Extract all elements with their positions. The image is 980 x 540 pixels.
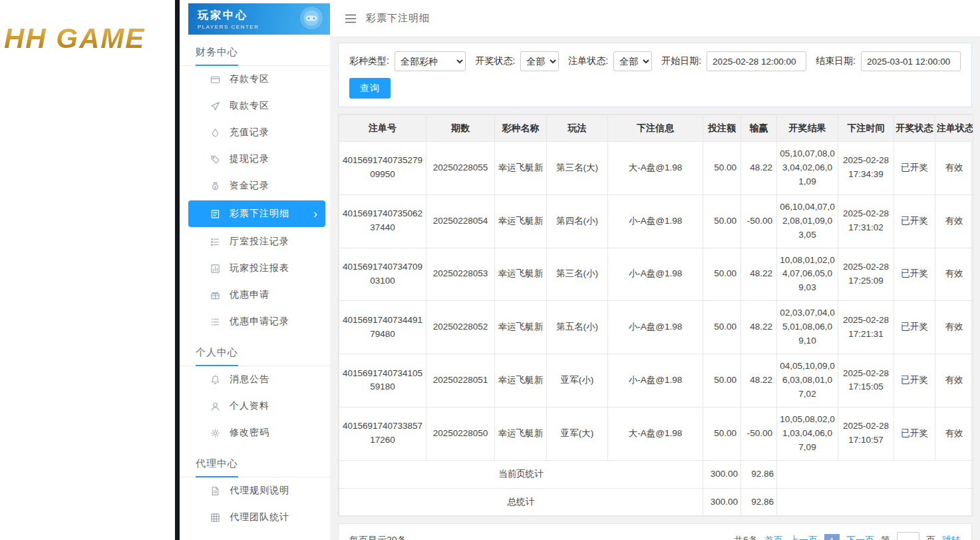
cell-amount: 50.00	[703, 194, 741, 248]
chevron-right-icon: ›	[313, 208, 317, 220]
cell-order-status: 有效	[935, 354, 973, 407]
page-suffix-label: 页	[926, 535, 935, 540]
sidebar-item-label: 消息公告	[230, 374, 269, 386]
cell-draw-status: 已开奖	[894, 248, 935, 301]
funds-record-icon	[210, 180, 221, 191]
cell-play: 亚军(小)	[547, 354, 608, 407]
cell-result: 05,10,07,08,03,04,02,06,01,09	[777, 142, 838, 195]
first-page-link[interactable]: 首页	[764, 535, 783, 540]
per-page-info: 每页显示20条	[349, 535, 407, 540]
table-row: 40156917407350623744020250228054幸运飞艇新第四名…	[339, 194, 973, 248]
filter-panel: 彩种类型: 全部彩种 开奖状态: 全部 注单状态: 全部 开始日期: 结束日期:…	[338, 43, 972, 107]
deposit-icon	[210, 74, 221, 85]
cell-period: 20250228053	[426, 248, 495, 301]
end-date-input[interactable]	[861, 51, 961, 71]
sidebar-item[interactable]: 资金记录	[180, 172, 330, 199]
sidebar-item-label: 彩票下注明细	[230, 208, 289, 220]
sidebar-item-label: 优惠申请	[230, 289, 269, 301]
sidebar-item[interactable]: 代理团队统计	[180, 504, 330, 531]
column-header: 开奖结果	[777, 115, 838, 142]
table-row: 40156917407352790995020250228055幸运飞艇新第三名…	[339, 142, 973, 195]
cell-play: 第三名(小)	[547, 248, 608, 301]
summary-label: 当前页统计	[339, 460, 703, 488]
cell-winloss: 48.22	[741, 354, 777, 407]
page-prefix-label: 第	[881, 535, 890, 540]
sidebar-item[interactable]: 彩票下注明细›	[188, 200, 325, 227]
sidebar-menu: 财务中心存款专区取款专区充值记录提现记录资金记录彩票下注明细›厅室投注记录玩家投…	[180, 35, 330, 531]
sidebar-item[interactable]: 个人资料	[180, 393, 330, 419]
table-row: 40156917407341055918020250228051幸运飞艇新亚军(…	[339, 354, 973, 407]
cell-period: 20250228050	[426, 407, 495, 460]
sidebar-item[interactable]: 提现记录	[180, 146, 330, 172]
cell-result: 06,10,04,07,02,08,01,09,03,05	[777, 194, 838, 248]
topbar: 彩票下注明细	[330, 0, 980, 37]
page-jump-input[interactable]	[897, 532, 919, 540]
start-date-input[interactable]	[707, 51, 806, 71]
cell-order-status: 有效	[935, 248, 973, 301]
content: 彩种类型: 全部彩种 开奖状态: 全部 注单状态: 全部 开始日期: 结束日期:…	[330, 37, 980, 540]
summary-row: 当前页统计300.0092.86	[339, 460, 973, 488]
sidebar-item-label: 优惠申请记录	[230, 316, 289, 328]
sidebar-item[interactable]: 优惠申请记录	[180, 308, 330, 335]
recharge-record-icon	[210, 127, 221, 138]
sidebar: 玩家中心 PLAYERS CENTER 财务中心存款专区取款专区充值记录提现记录…	[180, 0, 330, 540]
cell-period: 20250228054	[426, 194, 495, 248]
sidebar-item-label: 代理团队统计	[230, 511, 289, 523]
search-button[interactable]: 查询	[349, 78, 391, 99]
sidebar-item[interactable]: 优惠申请	[180, 282, 330, 308]
sidebar-header-text: 玩家中心 PLAYERS CENTER	[198, 9, 259, 30]
sidebar-item[interactable]: 厅室投注记录	[180, 228, 330, 255]
hamburger-icon[interactable]	[345, 14, 357, 23]
start-date-label: 开始日期:	[661, 55, 701, 67]
sidebar-item[interactable]: 取款专区	[180, 93, 330, 119]
cell-time: 2025-02-28 17:10:57	[838, 407, 894, 460]
cell-order-status: 有效	[935, 194, 973, 248]
sidebar-item[interactable]: 代理规则说明	[180, 477, 330, 504]
cell-draw-status: 已开奖	[894, 354, 935, 407]
sidebar-item-label: 厅室投注记录	[230, 236, 289, 248]
draw-status-select[interactable]: 全部	[520, 51, 559, 71]
logo: HH GAME	[4, 23, 175, 55]
sidebar-item-label: 修改密码	[230, 427, 269, 439]
prev-page-link[interactable]: 上一页	[790, 535, 818, 540]
cell-lottery: 幸运飞艇新	[495, 301, 547, 354]
sidebar-item-label: 玩家投注报表	[230, 262, 289, 274]
column-header: 下注信息	[608, 115, 703, 142]
cell-time: 2025-02-28 17:31:02	[838, 194, 894, 248]
profile-icon	[210, 401, 221, 411]
cell-bet-no: 401569174073470903100	[339, 248, 426, 301]
cell-info: 大-A盘@1.98	[608, 407, 703, 460]
column-header: 注单状态	[935, 115, 973, 142]
promo-apply-icon	[210, 290, 221, 300]
cell-result: 02,03,07,04,05,01,08,06,09,10	[777, 301, 838, 354]
cell-period: 20250228051	[426, 354, 495, 407]
sidebar-item[interactable]: 消息公告	[180, 366, 330, 393]
cell-winloss: 48.22	[741, 301, 777, 354]
sidebar-item[interactable]: 充值记录	[180, 119, 330, 146]
total-count: 共6条	[734, 535, 758, 540]
sidebar-item[interactable]: 玩家投注报表	[180, 255, 330, 282]
cell-amount: 50.00	[703, 142, 741, 195]
password-icon	[210, 427, 221, 438]
cell-lottery: 幸运飞艇新	[495, 194, 547, 248]
bet-table-card: 注单号期数彩种名称玩法下注信息投注额输赢开奖结果下注时间开奖状态注单状态4015…	[338, 114, 972, 517]
panel-divider	[175, 0, 180, 540]
sidebar-item-label: 充值记录	[230, 127, 269, 138]
current-page-badge[interactable]: 1	[824, 534, 840, 540]
withdrawal-record-icon	[210, 154, 221, 164]
next-page-link[interactable]: 下一页	[846, 535, 874, 540]
order-status-select[interactable]: 全部	[613, 51, 652, 71]
jump-link[interactable]: 跳转	[942, 535, 961, 540]
cell-draw-status: 已开奖	[894, 194, 935, 248]
lottery-type-label: 彩种类型:	[349, 55, 389, 67]
cell-draw-status: 已开奖	[894, 407, 935, 460]
sidebar-item[interactable]: 修改密码	[180, 419, 330, 446]
cell-amount: 50.00	[703, 301, 741, 354]
cell-result: 10,05,08,02,01,03,04,06,07,09	[777, 407, 838, 460]
cell-lottery: 幸运飞艇新	[495, 142, 547, 195]
sidebar-item[interactable]: 存款专区	[180, 66, 330, 93]
page-title: 彩票下注明细	[366, 12, 430, 25]
section-title-text: 财务中心	[196, 46, 238, 66]
cell-amount: 50.00	[703, 248, 741, 301]
lottery-type-select[interactable]: 全部彩种	[395, 51, 466, 71]
